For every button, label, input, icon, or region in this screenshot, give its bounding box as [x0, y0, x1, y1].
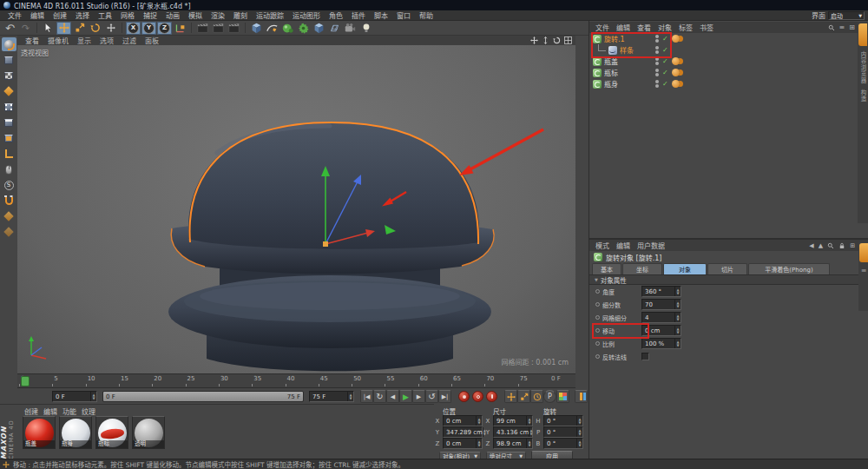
render-to-picture-viewer-button[interactable] [211, 22, 226, 35]
layout-dropdown[interactable]: 启动▼ [828, 11, 865, 20]
enable-check-icon[interactable]: ✓ [662, 80, 668, 88]
last-tool[interactable] [103, 22, 118, 35]
size-x-field[interactable]: 99 cm [493, 415, 533, 426]
add-primitive-button[interactable] [249, 22, 264, 35]
record-keyframe-button[interactable] [458, 391, 470, 402]
filter-menu-icon[interactable]: ≡ [839, 23, 845, 31]
enable-check-icon[interactable]: ✓ [662, 46, 668, 54]
spline-pen-button[interactable] [265, 22, 279, 35]
timeline-ruler[interactable]: 051015202530354045505560657075 0 F [17, 373, 575, 388]
material-menu-item[interactable]: 功能 [62, 406, 82, 416]
previous-frame-button[interactable]: ◀ [386, 390, 399, 403]
rotation-p-field[interactable]: 0 ° [543, 426, 583, 438]
size-z-field[interactable]: 98.9 cm [493, 438, 533, 449]
dock-tab-structure[interactable]: 构造 [858, 89, 867, 102]
viewport-menu-item[interactable]: 显示 [73, 36, 95, 45]
mesh-subdivision-field[interactable]: 4 [641, 312, 681, 323]
toggle-views-icon[interactable] [564, 36, 572, 44]
current-frame-field[interactable]: 0 F [52, 391, 97, 402]
material-swatch[interactable]: 瓶标 [95, 416, 128, 449]
position-x-field[interactable]: 0 cm [443, 415, 483, 426]
planar-workplane-button[interactable] [2, 225, 16, 239]
frame-range-slider[interactable]: 0 F75 F [102, 391, 304, 402]
coordinate-system-button[interactable] [173, 22, 187, 35]
material-swatch[interactable]: 瓶身 [59, 416, 92, 449]
tab-basic[interactable]: 基本 [592, 263, 621, 274]
key-parameter-toggle[interactable]: P [543, 390, 556, 403]
texture-tag-icon[interactable] [672, 57, 680, 65]
visibility-dots[interactable] [655, 80, 659, 88]
attribute-menu-item[interactable]: 模式 [592, 241, 613, 250]
magnet-snap-button[interactable] [2, 194, 16, 208]
viewport-solo-button[interactable] [2, 162, 16, 176]
next-frame-button[interactable]: ▶ [412, 390, 425, 403]
play-button[interactable]: ▶ [399, 390, 412, 403]
menu-item[interactable]: 运动图形 [288, 10, 325, 20]
search-icon[interactable] [828, 24, 835, 31]
scaling-field[interactable]: 100 % [641, 338, 681, 349]
enable-check-icon[interactable]: ✓ [662, 35, 668, 43]
autokey-button[interactable] [472, 391, 483, 402]
lock-y-axis-button[interactable]: Y [141, 22, 156, 35]
object-manager-menu-item[interactable]: 书签 [696, 23, 717, 32]
generators-button[interactable] [280, 22, 295, 35]
viewport-menu-item[interactable]: 查看 [21, 36, 43, 45]
keyframe-presets-button[interactable] [575, 390, 588, 403]
menu-item[interactable]: 渲染 [207, 10, 229, 20]
perspective-viewport[interactable]: 查看摄像机显示选项过滤面板 透视视图 网格间距 : 0.001 cm [17, 36, 575, 373]
menu-item[interactable]: 插件 [347, 10, 370, 20]
pan-view-icon[interactable] [530, 36, 538, 44]
menu-item[interactable]: 脚本 [370, 10, 392, 20]
menu-item[interactable]: 运动跟踪 [252, 10, 288, 20]
object-name[interactable]: 样条 [620, 45, 634, 55]
viewport-menu-item[interactable]: 过滤 [118, 36, 141, 45]
rotate-tool[interactable] [88, 22, 102, 35]
menu-item[interactable]: 选择 [71, 10, 94, 20]
visibility-dots[interactable] [655, 46, 659, 54]
menu-item[interactable]: 模拟 [184, 10, 207, 20]
undo-button[interactable]: ↶ [3, 22, 17, 35]
floor-button[interactable] [327, 22, 342, 35]
flip-normals-checkbox[interactable] [641, 353, 649, 360]
object-name[interactable]: 瓶身 [604, 79, 618, 89]
rotation-h-field[interactable]: 0 ° [543, 415, 583, 426]
material-swatch[interactable]: 透明 [132, 416, 165, 449]
animation-dot-icon[interactable] [595, 289, 600, 294]
menu-item[interactable]: 角色 [325, 10, 347, 20]
snap-button[interactable]: S [2, 178, 16, 192]
scale-tool[interactable] [72, 22, 87, 35]
model-mode-button[interactable] [2, 53, 16, 67]
object-name[interactable]: 瓶盖 [604, 56, 618, 66]
key-pla-toggle[interactable] [556, 390, 569, 403]
material-menu-item[interactable]: 创建 [24, 406, 43, 416]
animation-dot-icon[interactable] [595, 302, 600, 307]
animation-dot-icon[interactable] [595, 354, 600, 359]
frame-spinner[interactable] [90, 392, 96, 401]
tab-object[interactable]: 对象 [663, 263, 707, 274]
live-selection-tool[interactable] [41, 22, 56, 35]
panel-icon[interactable]: ⊞ [850, 242, 855, 249]
viewport-menu-item[interactable]: 面板 [141, 36, 163, 45]
deformers-button[interactable] [296, 22, 311, 35]
keyframe-selection-button[interactable] [486, 391, 497, 402]
object-row-cap[interactable]: 瓶盖 ✓ [589, 56, 858, 67]
polygons-mode-button[interactable] [2, 131, 16, 145]
viewport-menu-item[interactable]: 选项 [95, 36, 118, 45]
lock-icon[interactable] [838, 242, 845, 249]
workplane-mode-button[interactable] [2, 84, 16, 98]
parent-object-icon[interactable]: ▲ [819, 242, 823, 249]
object-manager-menu-item[interactable]: 标签 [675, 23, 696, 32]
object-properties-section[interactable]: ▼ 对象属性 [589, 274, 868, 285]
texture-tag-icon[interactable] [672, 69, 680, 76]
light-button[interactable] [358, 22, 373, 35]
menu-item[interactable]: 编辑 [26, 10, 49, 20]
menu-item[interactable]: 窗口 [392, 10, 415, 20]
search-icon[interactable] [827, 242, 834, 249]
enable-check-icon[interactable]: ✓ [662, 57, 668, 65]
object-manager-menu-item[interactable]: 编辑 [613, 23, 634, 32]
environment-button[interactable] [312, 22, 326, 35]
end-frame-spinner[interactable] [347, 392, 353, 401]
objects-dock-tab[interactable] [858, 23, 867, 46]
attributes-dock-tab[interactable] [859, 243, 868, 262]
position-z-field[interactable]: 0 cm [443, 438, 483, 449]
